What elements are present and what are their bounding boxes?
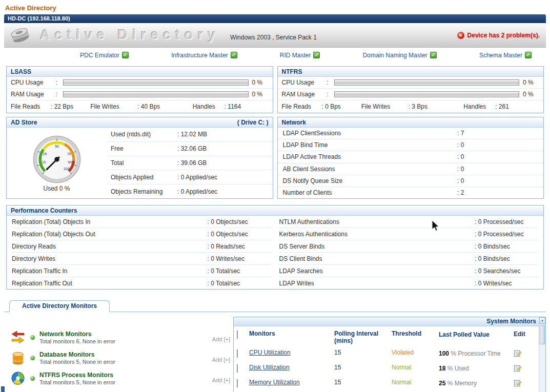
performance-left-column: Replication (Total) Objects In: 0 Object…	[8, 216, 275, 289]
lsass-panel: LSASS CPU Usage : 0 % RAM Usage : 0 % Fi…	[6, 66, 273, 113]
table-row: LDAP Bind Time: 0	[278, 139, 544, 151]
performance-counters-panel: Performance Counters Replication (Total)…	[6, 205, 544, 290]
monitor-group-detail: Total monitors 5, None in error	[39, 379, 212, 385]
status-led-green	[30, 376, 35, 381]
globe-icon	[8, 371, 28, 385]
add-monitor-link[interactable]: Add [+]	[212, 377, 230, 385]
disk-icon	[8, 24, 32, 47]
ntfrs-ram-row: RAM Usage : 0 %	[278, 89, 544, 100]
threshold-badge: Normal	[392, 364, 412, 371]
scrollbar-thumb[interactable]	[540, 325, 545, 344]
lsass-ram-bar	[63, 91, 249, 97]
error-icon: ✕	[457, 32, 464, 39]
table-row: Replication (Total) Objects In: 0 Object…	[12, 216, 271, 228]
banner-title: Active Directory	[40, 27, 220, 43]
row-value: : 0	[457, 166, 538, 173]
metric-value: 0 %	[523, 79, 539, 86]
os-info: Windows 2003 , Service Pack 1	[230, 30, 317, 41]
row-checkbox[interactable]	[237, 364, 238, 373]
table-row-disk-utilization: Disk Utilization 15 Normal 18 % Used	[237, 361, 536, 376]
table-header-row: Monitors Polling Interval (mins) Thresho…	[237, 327, 536, 346]
monitor-link[interactable]: Memory Utilization	[249, 379, 300, 386]
add-monitor-link[interactable]: Add [+]	[212, 336, 230, 344]
disk-usage-gauge: 0 10 25 50 75 90 100 Used 0 %	[7, 128, 107, 198]
vertical-scrollbar[interactable]: ▲	[539, 317, 545, 392]
scroll-up-arrow-icon[interactable]: ▲	[539, 317, 545, 324]
row-value: : 0	[457, 141, 538, 149]
row-checkbox[interactable]	[237, 349, 238, 358]
check-icon: ✓	[430, 52, 437, 58]
row-value: : 12.02 MB	[177, 131, 207, 138]
row-value: : 0	[457, 177, 538, 184]
table-row: LDAP Active Threads: 0	[278, 151, 544, 163]
system-monitors-title: System Monitors	[234, 317, 545, 326]
row-label: Replication Traffic Out	[12, 280, 208, 287]
row-label: LDAP Bind Time	[283, 141, 458, 149]
monitor-group-link[interactable]: Network Monitors	[39, 331, 212, 338]
stat-value: : 1164	[225, 103, 241, 110]
row-value: : 0 Searches/sec	[475, 267, 538, 275]
table-row-memory-utilization: Memory Utilization 15 Normal 25 % Memory	[237, 376, 536, 391]
table-row: Objects Remaining: 0 Applied/sec	[107, 184, 273, 198]
lsass-cpu-row: CPU Usage : 0 %	[7, 77, 273, 89]
role-domain-naming-master: Domain Naming Master ✓	[363, 52, 437, 59]
device-banner: Active Directory Windows 2003 , Service …	[4, 23, 546, 48]
gauge-label: Used 0 %	[43, 185, 70, 192]
table-row: Directory Reads: 0 Reads/sec	[12, 240, 271, 253]
row-value: : 0 Writes/sec	[208, 255, 271, 262]
monitor-link[interactable]: CPU Utilization	[249, 349, 291, 356]
stat-value: : 3 Bps	[409, 103, 427, 110]
row-value: : 0 Objects/sec	[208, 231, 271, 238]
system-monitors-table: Monitors Polling Interval (mins) Thresho…	[234, 326, 545, 391]
row-label: Replication (Total) Objects In	[12, 218, 208, 225]
status-led-green	[30, 335, 35, 340]
edit-icon[interactable]	[514, 367, 522, 374]
monitor-link[interactable]: Disk Utilization	[249, 364, 290, 371]
table-row: AB Client Sessions: 0	[278, 163, 544, 175]
row-checkbox[interactable]	[237, 379, 238, 387]
tab-active-directory-monitors[interactable]: Active Directory Monitors	[9, 300, 110, 312]
select-all-checkbox[interactable]	[237, 331, 238, 339]
network-panel: Network LDAP ClientSessions: 7 LDAP Bind…	[277, 117, 544, 199]
row-label: LDAP Active Threads	[283, 153, 458, 160]
ad-store-table: Used (ntds.dit): 12.02 MB Free: 32.06 GB…	[107, 128, 273, 198]
row-value: : 0 Total/sec	[208, 280, 271, 287]
colon: :	[56, 91, 63, 98]
svg-text:50: 50	[55, 145, 59, 148]
ntfrs-cpu-row: CPU Usage : 0 %	[278, 77, 544, 89]
table-row: LDAP Searches: 0 Searches/sec	[279, 265, 539, 277]
svg-text:10: 10	[42, 160, 46, 164]
role-label: Schema Master	[479, 52, 522, 59]
role-label: RID Master	[280, 52, 311, 59]
table-row: Directory Writes: 0 Writes/sec	[12, 253, 271, 265]
row-value: : 39.06 GB	[177, 159, 207, 167]
row-value: : 0 Writes/sec	[475, 280, 538, 287]
add-monitor-link[interactable]: Add [+]	[212, 357, 230, 365]
table-row: Objects Applied: 0 Applied/sec	[107, 170, 273, 184]
problems-link[interactable]: ✕ Device has 2 problem(s).	[457, 32, 540, 39]
last-polled-value: 100 % Processor Time	[439, 349, 514, 359]
svg-text:25: 25	[43, 152, 47, 156]
metric-value: 0 %	[252, 79, 269, 86]
page-title: Active Directory	[0, 0, 550, 14]
list-item-database-monitors: Database Monitors Total monitors 5, None…	[8, 350, 230, 365]
table-row: DS Server Binds: 0 Binds/sec	[279, 240, 539, 253]
role-label: Domain Naming Master	[363, 52, 427, 59]
svg-text:100: 100	[63, 167, 69, 170]
edit-icon[interactable]	[514, 382, 522, 389]
edit-icon[interactable]	[514, 352, 522, 359]
monitor-group-link[interactable]: NTFRS Process Monitors	[39, 372, 212, 379]
svg-text:90: 90	[68, 160, 72, 164]
row-value: : 0 Processed/sec	[475, 218, 538, 225]
row-label: Directory Reads	[12, 243, 208, 250]
ad-store-title: AD Store	[11, 119, 37, 126]
ad-store-drive-note: ( Drive C: )	[237, 119, 269, 126]
stat-label: Handles	[193, 103, 225, 110]
table-row: Replication Traffic Out: 0 Total/sec	[12, 277, 271, 289]
last-polled-value: 18 % Used	[439, 364, 514, 374]
metric-label: CPU Usage	[282, 79, 327, 86]
ntfrs-cpu-bar	[334, 79, 520, 86]
system-monitors-panel: System Monitors Monitors Polling Interva…	[233, 317, 546, 392]
row-label: DS Server Binds	[279, 243, 475, 250]
monitor-group-link[interactable]: Database Monitors	[39, 351, 212, 358]
